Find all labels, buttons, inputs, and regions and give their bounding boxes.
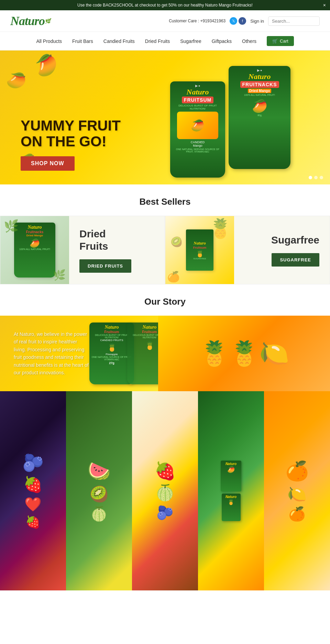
sugarfree-product: Naturo Fruitsum 🍍 SUGARFREE — [186, 229, 213, 271]
hero-dot-3[interactable] — [320, 176, 323, 179]
product-stack-2: Naturo 🍍 — [222, 494, 241, 521]
mixed-fruit-1-icon: 🍓 — [154, 461, 176, 481]
sugarfree-card: 🍍 🍊 🥝 Naturo Fruitsum 🍍 SUGARFREE Sugarf… — [165, 216, 330, 284]
facebook-icon[interactable]: f — [239, 17, 246, 25]
fruitnacks-sub: 100% ALL NATURAL FRUIT! — [244, 94, 275, 96]
search-input[interactable] — [268, 16, 320, 26]
fruit-deco-2: 🥝 — [170, 236, 183, 248]
story-bag-weight: 27g — [109, 361, 114, 365]
tropical-bg: 🍉 🥝 🍈 — [66, 391, 132, 590]
hero-tagline-text: YUMMY FRUITON THE GO! — [21, 117, 121, 149]
product-stack-1: Naturo 🥭 — [221, 461, 241, 492]
product-brand-s2: Naturo — [226, 495, 236, 499]
top-banner: Use the code BACK2SCHOOL at checkout to … — [0, 0, 330, 10]
shop-now-button[interactable]: SHOP NOW — [21, 156, 75, 171]
logo[interactable]: Naturo 🌿 — [10, 14, 50, 28]
bag-label-1: ▶ ● — [195, 84, 200, 88]
fruitnacks-name: Fruitnacks — [240, 81, 279, 88]
sugarfree-image: 🍍 🍊 🥝 Naturo Fruitsum 🍍 SUGARFREE — [165, 216, 234, 284]
fruitsum-bag-inner: ▶ ● Naturo Fruitsum DELICIOUS BURST OF F… — [170, 81, 225, 178]
fruitnacks-fruit: 🥭 — [252, 99, 267, 113]
fruitsum-brand: Naturo — [187, 88, 209, 97]
hero-dot-1[interactable] — [309, 176, 312, 179]
product-box-name: Fruitsum — [193, 246, 207, 249]
sugarfree-title: Sugarfree — [271, 234, 319, 246]
product-mini-type-1: Dried Mango — [26, 234, 43, 237]
product-brand-s1: Naturo — [226, 462, 236, 466]
fruitnacks-type: Dried Mango — [248, 89, 272, 93]
nav-candied-fruits[interactable]: Candied Fruits — [103, 38, 135, 44]
best-sellers-title: Best Sellers — [0, 184, 330, 216]
bestsellers-grid: 🌿 🌿 Naturo Fruitnacks Dried Mango 🥭 100%… — [0, 216, 330, 284]
story-bag-type-2: Pineapple — [106, 353, 118, 356]
product-box-brand: Naturo — [194, 241, 206, 246]
tropical-content: 🍉 🥝 🍈 — [87, 460, 111, 522]
cart-icon: 🛒 — [272, 38, 278, 44]
main-nav: All Products Fruit Bars Candied Fruits D… — [0, 32, 330, 50]
story-bag-sub-1: DELICIOUS BURST OF FRUIT NUTRITION! — [91, 334, 132, 339]
guava-icon: 🍈 — [90, 506, 108, 522]
story-bag-fruit-2: 🍍 — [145, 341, 154, 350]
heart-berry-icon: ❤️ — [24, 496, 42, 512]
fruitsum-bag: ▶ ● Naturo Fruitsum DELICIOUS BURST OF F… — [170, 75, 225, 171]
signin-link[interactable]: Sign in — [250, 19, 264, 24]
story-text: At Naturo, we believe in the power of re… — [14, 330, 89, 376]
berries-content: 🫐 🍓 ❤️ 🍓 — [22, 453, 44, 529]
mixed-bg: 🍓 🍈 🫐 — [132, 391, 198, 590]
bag-label-2: ▶ ● — [257, 69, 262, 72]
nav-dried-fruits[interactable]: Dried Fruits — [145, 38, 170, 44]
top-banner-text: Use the code BACK2SCHOOL at checkout to … — [77, 3, 253, 8]
story-bag-fruit-1: 🍍 — [107, 343, 117, 352]
twitter-symbol: 𝕏 — [232, 19, 235, 23]
story-bag-name-2: Fruitsum — [142, 330, 157, 334]
product-box-fruit: 🍍 — [196, 249, 204, 258]
mixed-fruit-3-icon: 🫐 — [156, 505, 174, 521]
hero-dot-2[interactable] — [314, 176, 318, 179]
product-mini-text-1: 100% ALL NATURAL FRUIT! — [19, 248, 50, 250]
citrus-bg: 🍊 🍋 🍊 — [264, 391, 330, 590]
leaf-deco-2: 🌿 — [53, 269, 66, 281]
watermelon-icon: 🍉 — [87, 460, 111, 482]
image-grid: 🫐 🍓 ❤️ 🍓 🍉 🥝 🍈 🍓 🍈 🫐 — [0, 391, 330, 590]
story-bag-type-1: CANDIED FRUITS — [100, 339, 123, 342]
products-content: Naturo 🥭 Naturo 🍍 — [221, 461, 241, 521]
social-icons: 𝕏 f — [230, 17, 246, 25]
sugarfree-content: Sugarfree SUGARFREE — [234, 227, 330, 273]
fruitsum-name: Fruitsum — [182, 97, 213, 103]
nav-fruit-bars[interactable]: Fruit Bars — [72, 38, 93, 44]
mixed-fruit-2-icon: 🍈 — [155, 484, 175, 502]
fruit-deco-1: 🍊 — [167, 271, 180, 283]
product-mini-name-1: Fruitnacks — [26, 230, 44, 234]
story-fruits-bg: 🍍🍍🍋 — [158, 316, 330, 391]
product-icon-s1: 🥭 — [227, 466, 235, 473]
product-icon-s2: 🍍 — [228, 499, 234, 505]
story-bag-brand-1: Naturo — [104, 325, 119, 330]
products-bg: Naturo 🥭 Naturo 🍍 — [198, 391, 264, 590]
product-mini-brand-1: Naturo — [28, 225, 42, 230]
nav-sugarfree[interactable]: Sugarfree — [180, 38, 201, 44]
nav-others[interactable]: Others — [242, 38, 256, 44]
hero-banner: 🥭 🥭 🥭 YUMMY FRUITON THE GO! SHOP NOW ▶ ●… — [0, 50, 330, 184]
sugarfree-button[interactable]: SUGARFREE — [272, 253, 319, 267]
header: Naturo 🌿 Customer Care : +9193421963 𝕏 f… — [0, 10, 330, 32]
facebook-symbol: f — [242, 19, 243, 23]
our-story-title: Our Story — [0, 284, 330, 316]
cart-button[interactable]: 🛒 Cart — [267, 36, 294, 46]
nav-giftpacks[interactable]: Giftpacks — [212, 38, 232, 44]
close-banner-button[interactable]: × — [323, 2, 326, 8]
dried-fruits-content: DriedFruits DRIED FRUITS — [69, 221, 165, 280]
fruitsum-details: ONE NATURAL SERVING SOURCE OF FRUIT, VIT… — [173, 148, 222, 153]
mango-deco-2: 🥭 — [5, 69, 28, 92]
dried-fruits-image: 🌿 🌿 Naturo Fruitnacks Dried Mango 🥭 100%… — [0, 216, 69, 284]
grapefruit-icon: 🍊 — [288, 506, 306, 522]
dried-fruits-title: DriedFruits — [79, 228, 108, 252]
mixed-berry-icon: 🍓 — [25, 515, 41, 529]
nav-all-products[interactable]: All Products — [36, 38, 62, 44]
cart-label: Cart — [280, 38, 288, 44]
blueberry-icon: 🫐 — [22, 453, 44, 473]
dried-fruits-button[interactable]: DRIED FRUITS — [79, 259, 131, 273]
twitter-icon[interactable]: 𝕏 — [230, 17, 237, 25]
mango-deco-1: 🥭 — [31, 50, 62, 80]
leaf-deco-1: 🌿 — [4, 219, 19, 233]
kiwi-icon: 🥝 — [89, 485, 109, 503]
